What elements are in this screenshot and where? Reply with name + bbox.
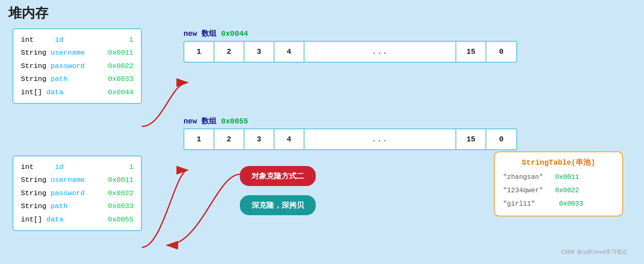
main-container: 堆内存 int id 1 String username 0x0011 Stri… <box>0 0 644 264</box>
value-id-top: 1 <box>129 33 133 46</box>
value-password-bot: 0x0022 <box>108 187 133 200</box>
str-key-3: "girl11" <box>503 200 547 208</box>
obj-top-row-3: String password 0x0022 <box>21 60 133 73</box>
array-addr-top: 0x0044 <box>221 30 248 38</box>
field-password-top: password <box>50 62 85 70</box>
field-id-bot: id <box>55 163 63 171</box>
str-addr-3: 0x0033 <box>559 200 583 208</box>
value-data-bot: 0x0055 <box>108 213 133 226</box>
array-label-bottom: new 数组 0x0055 <box>184 116 517 126</box>
array-cell-top-0: 0 <box>486 42 516 62</box>
type-int-top: int <box>21 36 50 44</box>
value-username-bot: 0x0011 <box>108 173 133 186</box>
obj-top-row-1: int id 1 <box>21 33 133 46</box>
obj-top-row-2: String username 0x0011 <box>21 46 133 59</box>
array-cell-top-3: 3 <box>244 42 274 62</box>
value-path-top: 0x0033 <box>108 73 133 85</box>
array-cell-bot-3: 3 <box>244 129 274 149</box>
array-label-text-top: new 数组 <box>184 30 221 38</box>
value-path-bot: 0x0033 <box>108 200 133 213</box>
obj-bot-row-2: String username 0x0011 <box>21 173 133 186</box>
array-cell-bot-4: 4 <box>274 129 304 149</box>
field-id-top: id <box>55 36 63 44</box>
array-cell-bot-dots: ... <box>304 129 456 149</box>
value-id-bot: 1 <box>129 161 133 173</box>
array-section-bottom: new 数组 0x0055 1 2 3 4 ... 15 0 <box>184 116 517 157</box>
type-string-1-top: String <box>21 49 50 57</box>
type-string-2-top: String <box>21 62 50 70</box>
deep-clone-button[interactable]: 深克隆，深拷贝 <box>240 195 316 215</box>
obj-top-row-4: String path 0x0033 <box>21 73 133 85</box>
field-username-top: username <box>50 49 85 57</box>
type-string-3-top: String <box>21 75 50 83</box>
type-string-3-bot: String <box>21 202 50 210</box>
string-table: StringTable(串池) "zhangsan" 0x0011 "1234q… <box>494 151 623 216</box>
string-table-title: StringTable(串池) <box>503 157 614 167</box>
value-username-top: 0x0011 <box>108 46 133 59</box>
array-cell-bot-15: 15 <box>456 129 486 149</box>
str-key-2: "1234qwer" <box>503 187 543 194</box>
str-addr-2: 0x0022 <box>555 187 579 194</box>
obj-bot-row-4: String path 0x0033 <box>21 200 133 213</box>
array-label-top: new 数组 0x0044 <box>184 28 517 38</box>
array-cell-top-1: 1 <box>184 42 214 62</box>
array-cell-bot-2: 2 <box>214 129 244 149</box>
page-title: 堆内存 <box>8 4 636 23</box>
str-key-1: "zhangsan" <box>503 173 543 181</box>
string-table-row-3: "girl11" 0x0033 <box>503 197 614 211</box>
array-section-top: new 数组 0x0044 1 2 3 4 ... 15 0 <box>184 28 517 69</box>
obj-bot-row-5: int[] data 0x0055 <box>21 213 133 226</box>
array-cell-bot-0: 0 <box>486 129 516 149</box>
obj-top-row-5: int[] data 0x0044 <box>21 86 133 99</box>
content-area: int id 1 String username 0x0011 String p… <box>8 28 636 259</box>
type-string-2-bot: String <box>21 189 50 197</box>
watermark: CSDN @cy的Java学习笔记 <box>561 248 627 256</box>
array-grid-top: 1 2 3 4 ... 15 0 <box>184 41 517 63</box>
string-table-row-1: "zhangsan" 0x0011 <box>503 171 614 184</box>
str-addr-1: 0x0011 <box>555 173 579 181</box>
array-grid-bottom: 1 2 3 4 ... 15 0 <box>184 128 517 150</box>
value-data-top: 0x0044 <box>108 86 133 99</box>
field-username-bot: username <box>50 176 85 184</box>
array-addr-bottom: 0x0055 <box>221 117 248 126</box>
type-int-bot: int <box>21 163 50 171</box>
obj-bot-row-3: String password 0x0022 <box>21 187 133 200</box>
field-data-bot: data <box>46 216 63 224</box>
field-data-top: data <box>46 88 63 96</box>
value-password-top: 0x0022 <box>108 60 133 73</box>
type-intarr-top: int[] <box>21 88 46 96</box>
array-cell-top-dots: ... <box>304 42 456 62</box>
field-path-bot: path <box>50 202 68 210</box>
array-cell-bot-1: 1 <box>184 129 214 149</box>
field-path-top: path <box>50 75 68 83</box>
clone2-button[interactable]: 对象克隆方式二 <box>240 166 316 186</box>
type-intarr-bot: int[] <box>21 216 46 224</box>
array-label-text-bottom: new 数组 <box>184 117 221 126</box>
string-table-row-2: "1234qwer" 0x0022 <box>503 184 614 197</box>
array-cell-top-4: 4 <box>274 42 304 62</box>
type-string-1-bot: String <box>21 176 50 184</box>
object-box-bottom: int id 1 String username 0x0011 String p… <box>13 156 142 231</box>
object-box-top: int id 1 String username 0x0011 String p… <box>13 28 142 104</box>
field-password-bot: password <box>50 189 85 197</box>
array-cell-top-2: 2 <box>214 42 244 62</box>
obj-bot-row-1: int id 1 <box>21 161 133 173</box>
array-cell-top-15: 15 <box>456 42 486 62</box>
